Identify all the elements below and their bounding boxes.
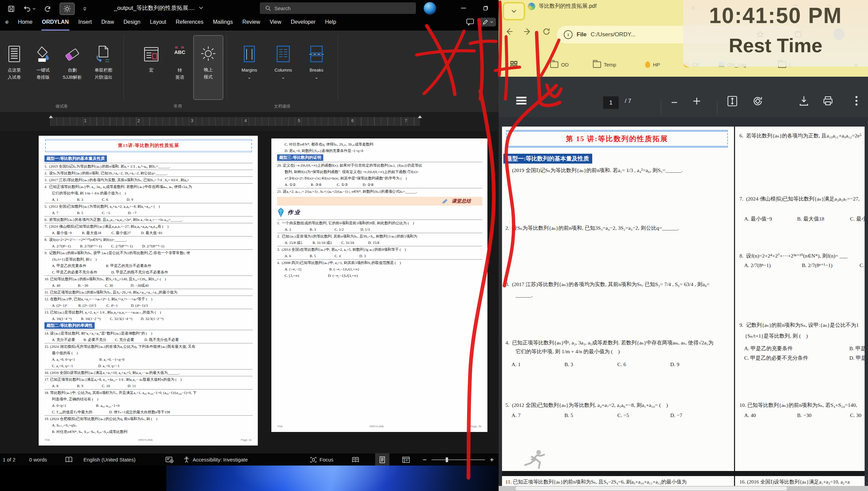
pdf-content-area[interactable]: 第 15 讲:等比数列的性质拓展 题型一:等比数列的基本量及性质 1. (201… xyxy=(499,117,868,491)
pdf-page-input[interactable]: 1 xyxy=(603,96,619,109)
account-avatar[interactable] xyxy=(424,2,436,15)
zoom-slider[interactable] xyxy=(431,453,485,466)
windows-bloom-wallpaper xyxy=(166,466,499,491)
ribbon-tab[interactable]: Insert xyxy=(74,16,97,31)
minimize-button[interactable] xyxy=(454,0,473,16)
doc-line: A. 2 B. 3 C. 1/2 D. 1/3 xyxy=(277,226,482,233)
comments-icon[interactable] xyxy=(466,18,474,26)
ribbon-tab[interactable]: View xyxy=(265,16,286,31)
zoom-out-button[interactable] xyxy=(423,453,427,466)
forward-button[interactable] xyxy=(523,27,532,36)
page-indicator[interactable]: 1 of 2 xyxy=(3,453,16,466)
reload-button[interactable] xyxy=(542,27,551,36)
doc-line: 数列, 则称f(x)为“保等比数列函数”. 现有定义在(−∞,0)∪(0,+∞)… xyxy=(277,169,482,175)
apps-grid-icon[interactable] xyxy=(510,57,518,72)
bookmark-folder-temp[interactable]: Temp xyxy=(593,57,616,72)
ribbon-tab[interactable]: Draw xyxy=(97,16,119,31)
ribbon-tab[interactable]: Design xyxy=(119,16,145,31)
option: B. 最大值18 xyxy=(797,215,850,223)
browser-tab-title[interactable]: 等比数列的性质拓展.pdf xyxy=(539,3,597,10)
pdf-problem-9: 9. 记数列{aₙ}的前n项和为Sₙ, 设甲:{aₙ}是公比不为1 xyxy=(739,321,865,329)
ribbon-button-breaks[interactable]: Breaks ⌄ xyxy=(301,36,332,81)
ribbon-tab[interactable]: Help xyxy=(320,16,341,31)
pdf-problem-3: 3. (2017 江苏)等比数列{aₙ}的各项均为实数, 其前n项和为Sₙ, 已… xyxy=(505,280,731,289)
doc-line: 18. 等比数列{aₙ}中, 公比为q, 其前n项积为Tₙ, 并且满足a₁>1,… xyxy=(44,389,253,396)
word-page-1: 第15讲:等比数列的性质拓展 题型一:等比数列的基本量及性质 1. (2019 … xyxy=(39,136,258,446)
ribbon-tab[interactable]: e xyxy=(1,16,13,31)
ribbon-tab[interactable]: Mailings xyxy=(208,16,238,31)
word-count[interactable]: 0 words xyxy=(29,453,47,466)
web-layout-button[interactable] xyxy=(402,453,410,466)
option: C. −5 xyxy=(617,412,670,418)
abc-glyph: ABC xyxy=(174,50,186,55)
horizontal-ruler[interactable]: 1234567 xyxy=(0,112,499,131)
option: A. 2/7(8ⁿ−1) xyxy=(744,262,802,268)
back-button[interactable] xyxy=(505,27,514,36)
button-label: Breaks xyxy=(301,67,332,74)
ribbon-tab[interactable]: Review xyxy=(237,16,265,31)
folder-icon xyxy=(593,61,601,68)
ruler-number: 6 xyxy=(351,118,354,123)
ribbon-tab[interactable]: Home xyxy=(13,16,37,31)
tab-search-button[interactable] xyxy=(503,2,525,20)
qat-customize-chevron-icon[interactable] xyxy=(83,7,87,11)
undo-button[interactable] xyxy=(23,5,36,13)
footer-right: Page: 2b xyxy=(470,425,481,428)
proofing-icon[interactable] xyxy=(65,453,73,466)
read-mode-button[interactable] xyxy=(351,453,360,466)
zoom-in-button[interactable] xyxy=(490,453,494,466)
search-box[interactable]: Search xyxy=(260,2,416,14)
ribbon-button-one-key-format[interactable]: 一键试 卷排版 xyxy=(29,36,57,81)
screen: _output_等比数列的性质拓展.... Search eHomeORDYLA… xyxy=(0,0,868,491)
doc-line: x²;②f(x)=2ˣ;③f(x)=√|x|;④f(x)=ln|x|. 则其中是… xyxy=(277,175,482,182)
redo-icon[interactable] xyxy=(44,5,52,13)
ribbon-tab-bar: eHomeORDYLANInsertDrawDesignLayoutRefere… xyxy=(0,16,499,31)
rotate-icon[interactable] xyxy=(752,96,763,107)
ribbon-button-columns[interactable]: Columns ⌄ xyxy=(269,36,298,81)
bookmark-hp[interactable]: HP xyxy=(645,57,660,72)
language-indicator[interactable]: English (United States) xyxy=(83,453,135,466)
option: A. 甲是乙的充要条件 xyxy=(744,345,849,352)
fit-page-icon[interactable] xyxy=(727,96,737,107)
ribbon-button-translate-english[interactable]: « » ABC 转 英语 xyxy=(167,36,193,81)
download-icon[interactable] xyxy=(799,96,809,106)
document-title[interactable]: _output_等比数列的性质拓展.... xyxy=(114,4,203,12)
button-label: 点这里 xyxy=(0,67,28,74)
accessibility-status[interactable]: Accessibility: Investigate xyxy=(183,453,248,466)
ribbon-button-macro[interactable]: 宏 xyxy=(137,36,166,81)
ribbon-tab[interactable]: ORDYLAN xyxy=(37,16,74,31)
print-icon[interactable] xyxy=(823,96,833,106)
ribbon-tab[interactable]: Developer xyxy=(286,16,320,31)
zoom-slider-handle[interactable] xyxy=(446,457,448,462)
zoom-out-icon[interactable] xyxy=(671,99,678,106)
display-settings-icon[interactable] xyxy=(166,453,174,466)
horizontal-scrollbar-thumb[interactable] xyxy=(516,487,787,490)
ribbon-button-image-overflow[interactable]: 单双栏图 片防溢出 xyxy=(88,36,119,81)
pdf-problem-5-options: A. 7B. 5C. −5D. −7 xyxy=(512,412,731,418)
ribbon-button-margins[interactable]: Margins ⌄ xyxy=(235,36,263,81)
ribbon-tab[interactable]: Layout xyxy=(145,16,171,31)
pdf-menu-icon[interactable] xyxy=(516,96,526,105)
editing-pen-button[interactable] xyxy=(480,18,496,26)
night-mode-quick-toggle[interactable] xyxy=(60,3,75,15)
dropdown-chevron-icon: ⌄ xyxy=(301,74,332,81)
ribbon-tab[interactable]: References xyxy=(171,16,208,31)
pen-nib-icon xyxy=(442,199,448,204)
zoom-in-icon[interactable] xyxy=(693,97,701,105)
ribbon-button-insert-paper[interactable]: 点这里 入试卷 xyxy=(0,36,28,81)
focus-mode-button[interactable]: Focus xyxy=(310,453,333,466)
print-layout-button[interactable] xyxy=(375,453,389,466)
horizontal-scrollbar[interactable] xyxy=(499,486,868,491)
restore-button[interactable] xyxy=(476,0,495,16)
option: A. 7 xyxy=(512,412,564,418)
ribbon-button-night-mode[interactable]: 晚上 模式 xyxy=(193,35,223,100)
right-indent-marker[interactable] xyxy=(418,115,422,118)
doc-line: A. ①② B. ③④ C. ①③ D. ②④ xyxy=(277,182,482,188)
save-icon[interactable] xyxy=(7,5,15,13)
more-options-icon[interactable] xyxy=(855,96,857,106)
site-info-icon[interactable]: i xyxy=(564,30,573,39)
ribbon-button-delete-analysis[interactable]: 自删 SJJB解析 xyxy=(58,36,87,81)
bookmark-folder-od[interactable]: OD xyxy=(550,57,569,72)
indent-marker[interactable] xyxy=(49,115,53,118)
desktop-wallpaper xyxy=(0,466,499,491)
